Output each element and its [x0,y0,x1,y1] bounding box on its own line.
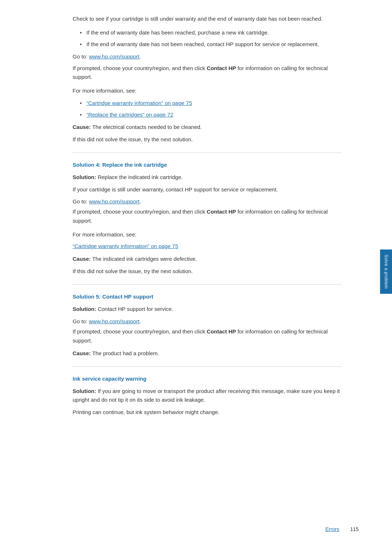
cartridge-warranty-link-4[interactable]: “Cartridge warranty information” on page… [73,243,178,249]
replace-cartridges-link-1[interactable]: “Replace the cartridges” on page 72 [86,112,173,118]
contact-hp-text-5: If prompted, choose your country/region,… [73,327,341,345]
hp-support-link-1[interactable]: www.hp.com/support [89,53,139,60]
contact-hp-pre-5: If prompted, choose your country/region,… [73,328,207,335]
contact-hp-text-4: If prompted, choose your country/region,… [73,207,341,226]
footer-errors-label[interactable]: Errors [326,526,339,532]
go-to-label-5: Go to: [73,318,89,324]
sidebar-tab[interactable]: Solve a problem [380,249,392,293]
go-to-line-1: Go to: www.hp.com/support. [73,52,341,61]
hp-support-link-5[interactable]: www.hp.com/support [89,318,139,324]
sidebar-tab-wrapper: Solve a problem [380,0,392,543]
cause-line-1: Cause: The electrical contacts needed to… [73,123,341,131]
solution5-section: Solution 5: Contact HP support Solution:… [73,293,341,358]
go-to-line-4: Go to: www.hp.com/support. [73,197,341,206]
more-link-4: “Cartridge warranty information” on page… [73,242,341,251]
solution4-text: Solution: Replace the indicated ink cart… [73,173,341,182]
solution4-warranty: If your cartridge is still under warrant… [73,185,341,194]
ink-service-heading: Ink service capacity warning [73,376,341,382]
next-solution-1: If this did not solve the issue, try the… [73,135,341,144]
divider-2 [73,284,341,285]
main-content: Check to see if your cartridge is still … [0,0,370,543]
ink-service-printing: Printing can continue, but ink system be… [73,408,341,417]
intro-section: Check to see if your cartridge is still … [73,15,341,144]
cause-line-5: Cause: The product had a problem. [73,349,341,358]
divider-3 [73,366,341,367]
solution4-body: Replace the indicated ink cartridge. [96,174,183,180]
solution5-body: Contact HP support for service. [96,306,173,312]
contact-hp-pre-4: If prompted, choose your country/region,… [73,208,207,215]
contact-hp-text-1: If prompted, choose your country/region,… [73,64,341,81]
footer-page-number: 115 [350,526,359,532]
list-item: “Replace the cartridges” on page 72 [80,110,341,119]
footer-bar: Errors 115 [0,526,380,532]
solution4-label: Solution: [73,174,96,180]
list-item: If the end of warranty date has been rea… [80,28,341,37]
cause-text-5: The product had a problem. [91,350,159,356]
contact-hp-bold-4: Contact HP [207,208,236,215]
ink-service-solution-text: Solution: If you are going to move or tr… [73,387,341,404]
solution5-label: Solution: [73,306,96,312]
contact-hp-bold-1: Contact HP [207,65,236,71]
intro-bullet-list: If the end of warranty date has been rea… [80,28,341,49]
cause-label-1: Cause: [73,124,91,130]
cause-line-4: Cause: The indicated ink cartridges were… [73,255,341,263]
ink-service-body: If you are going to move or transport th… [73,388,340,403]
solution4-section: Solution 4: Replace the ink cartridge So… [73,162,341,276]
cause-text-1: The electrical contacts needed to be cle… [91,124,202,130]
for-more-info-1: For more information, see: [73,86,341,95]
page-container: Check to see if your cartridge is still … [0,0,392,543]
for-more-info-4: For more information, see: [73,230,341,239]
go-to-label: Go to: [73,53,89,60]
divider-1 [73,153,341,153]
intro-text: Check to see if your cartridge is still … [73,15,341,23]
solution5-text: Solution: Contact HP support for service… [73,305,341,313]
cause-label-4: Cause: [73,256,91,262]
more-info-list-1: “Cartridge warranty information” on page… [80,99,341,119]
list-item: If the end of warranty date has not been… [80,40,341,49]
ink-service-label: Solution: [73,388,96,394]
solution4-heading: Solution 4: Replace the ink cartridge [73,162,341,168]
cause-label-5: Cause: [73,350,91,356]
cartridge-warranty-link-1[interactable]: “Cartridge warranty information” on page… [86,100,192,106]
hp-support-link-4[interactable]: www.hp.com/support [89,198,139,204]
contact-hp-bold-5: Contact HP [207,328,236,335]
go-to-line-5: Go to: www.hp.com/support. [73,317,341,326]
go-to-label-4: Go to: [73,198,89,204]
contact-hp-pre: If prompted, choose your country/region,… [73,65,207,71]
ink-service-section: Ink service capacity warning Solution: I… [73,376,341,417]
next-solution-4: If this did not solve the issue, try the… [73,267,341,276]
solution5-heading: Solution 5: Contact HP support [73,293,341,300]
list-item: “Cartridge warranty information” on page… [80,99,341,108]
cause-text-4: The indicated ink cartridges were defect… [91,256,197,262]
